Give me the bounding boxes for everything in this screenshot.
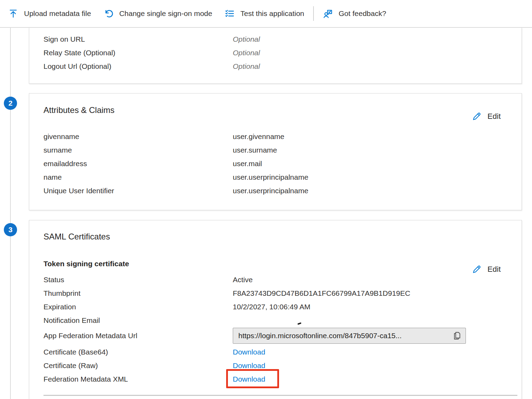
field-value: Optional [233,59,260,73]
field-label: Logout Url (Optional) [43,59,233,73]
claim-row: givenname user.givenname [43,130,508,143]
attributes-claims-title: Attributes & Claims [43,104,508,116]
edit-button-label: Edit [487,265,501,274]
claim-name: surname [43,143,233,157]
claim-row: name user.userprincipalname [43,170,508,184]
download-row: Certificate (Raw) Download [43,359,517,372]
download-label: Federation Metadata XML [43,372,233,386]
cert-detail-label: Status [43,273,233,286]
metadata-url-label: App Federation Metadata Url [43,332,233,340]
edit-attributes-button[interactable]: Edit [472,112,501,121]
change-sso-mode-label: Change single sign-on mode [119,9,212,18]
step-rail [10,28,11,399]
claim-row: emailaddress user.mail [43,157,508,170]
cert-detail-label: Notification Email [43,314,233,327]
command-bar: Upload metadata file Change single sign-… [0,0,532,28]
attributes-claims-card: Attributes & Claims Edit givenname user.… [29,93,522,210]
pencil-icon [472,112,482,121]
cert-detail-label: Thumbprint [43,286,233,300]
claim-value: user.surname [233,143,277,157]
feedback-icon [323,9,333,18]
pencil-icon [472,264,482,274]
got-feedback-label: Got feedback? [339,9,386,18]
section-divider [43,395,517,396]
checklist-icon [225,9,235,18]
test-application-label: Test this application [240,9,304,18]
edit-certificates-button[interactable]: Edit [472,264,501,274]
cert-detail-row: Expiration 10/2/2027, 10:06:49 AM [43,300,517,314]
token-signing-certificate-heading: Token signing certificate [43,257,517,270]
got-feedback-button[interactable]: Got feedback? [317,0,392,27]
claim-row: surname user.surname [43,143,508,157]
cert-detail-row: Thumbprint F8A23743D9CD47B6D1A1FC66799A1… [43,286,517,300]
claim-name: Unique User Identifier [43,184,233,197]
field-value: Optional [233,46,260,59]
edit-button-label: Edit [487,112,501,121]
cert-detail-row: Status Active [43,273,517,286]
download-row: Certificate (Base64) Download [43,345,517,359]
copy-button[interactable] [452,331,462,341]
upload-metadata-label: Upload metadata file [24,9,91,18]
cert-expiration-value: 10/2/2027, 10:06:49 AM [233,300,310,314]
claim-name: givenname [43,130,233,143]
field-row: Relay State (Optional) Optional [43,46,508,59]
download-label: Certificate (Raw) [43,359,233,372]
field-label: Relay State (Optional) [43,46,233,59]
cert-thumbprint-value: F8A23743D9CD47B6D1A1FC66799A17A9B1D919EC [233,286,410,300]
metadata-url-box [233,328,466,344]
field-label: Sign on URL [43,32,233,46]
saml-sso-page: Upload metadata file Change single sign-… [0,0,532,399]
claim-row: Unique User Identifier user.userprincipa… [43,184,508,197]
claim-value: user.givenname [233,130,284,143]
metadata-url-input[interactable] [238,332,452,340]
change-sso-mode-button[interactable]: Change single sign-on mode [97,0,219,27]
step-2-badge: 2 [4,97,17,110]
upload-metadata-button[interactable]: Upload metadata file [8,0,97,27]
cert-status-value: Active [233,273,253,286]
claim-name: emailaddress [43,157,233,170]
download-label: Certificate (Base64) [43,345,233,359]
cert-detail-row: Notification Email [43,314,517,327]
basic-saml-config-card: Sign on URL Optional Relay State (Option… [29,28,522,84]
saml-certificates-card: SAML Certificates Edit Token signing cer… [29,220,522,399]
claim-value: user.mail [233,157,262,170]
saml-certificates-title: SAML Certificates [43,230,517,243]
metadata-url-row: App Federation Metadata Url [43,327,517,344]
undo-icon [104,9,113,18]
field-row: Logout Url (Optional) Optional [43,59,508,73]
field-value: Optional [233,32,260,46]
claim-value: user.userprincipalname [233,170,308,184]
field-row: Sign on URL Optional [43,32,508,46]
test-application-button[interactable]: Test this application [219,0,310,27]
claim-value: user.userprincipalname [233,184,308,197]
claim-name: name [43,170,233,184]
toolbar-divider [313,6,314,21]
download-row: Federation Metadata XML Download [43,372,517,386]
copy-icon [452,331,461,340]
cert-detail-label: Expiration [43,300,233,314]
download-base64-link[interactable]: Download [233,348,265,356]
upload-icon [8,9,18,18]
step-3-badge: 3 [4,223,17,236]
download-federation-metadata-link[interactable]: Download [233,375,265,383]
download-raw-link[interactable]: Download [233,361,265,369]
